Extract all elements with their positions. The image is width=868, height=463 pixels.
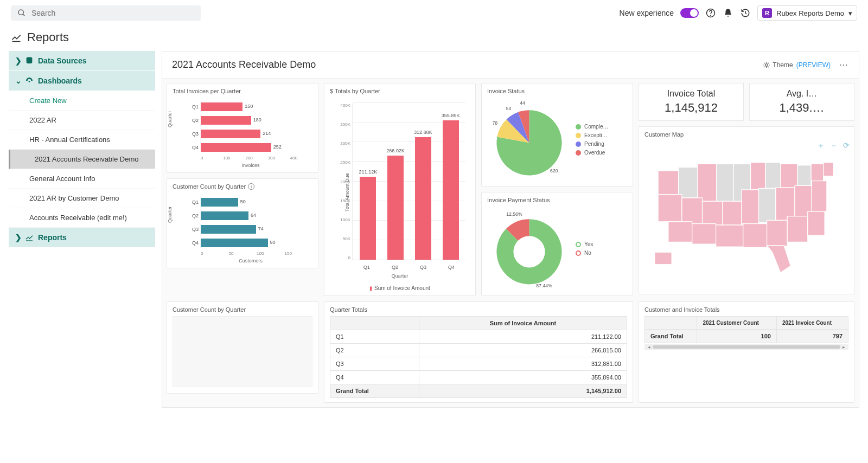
svg-text:54: 54 [506,106,512,111]
legend-item: Overdue [576,150,608,156]
svg-rect-32 [824,163,834,176]
svg-point-0 [18,10,23,15]
reports-icon [11,32,22,43]
svg-rect-45 [743,224,767,248]
theme-label: Theme [773,61,793,69]
us-map [644,141,848,282]
widget-quarter-totals[interactable]: Quarter Totals Sum of Invoice AmountQ121… [324,301,633,403]
content-header: 2021 Accounts Receivable Demo Theme (PRE… [162,52,859,79]
sidebar-item-2021-ar-customer[interactable]: 2021 AR by Customer Demo [9,189,155,208]
kpi-invoice-total[interactable]: Invoice Total 1,145,912 [639,83,744,121]
chart-icon [25,233,34,242]
svg-point-5 [29,81,30,82]
profile-label: Rubex Reports Demo [776,9,844,17]
svg-rect-22 [658,171,679,195]
chevron-down-icon: ▾ [848,9,852,17]
legend-item: Pending [576,141,608,147]
widget-customer-count-table[interactable]: Customer Count by Quarter [167,301,318,394]
search-box[interactable] [11,5,201,21]
svg-line-12 [768,66,769,67]
page-title-row: Reports [0,26,868,51]
svg-point-3 [711,15,711,16]
quarter-totals-table: Sum of Invoice AmountQ1211,122.00Q2266,0… [330,316,627,398]
svg-rect-29 [781,164,797,188]
svg-text:78: 78 [492,120,497,126]
chevron-right-icon: ❯ [15,56,21,65]
sidebar-item-general-account[interactable]: General Account Info [9,169,155,189]
profile-menu[interactable]: R Rubex Reports Demo ▾ [757,5,857,21]
widget-customer-count-quarter[interactable]: Customer Count by Quarter i QuarterQ150Q… [167,178,318,268]
widget-invoice-status[interactable]: Invoice Status 620785444 Comple…Excepti…… [481,83,633,187]
new-experience-toggle[interactable] [680,8,699,18]
history-icon[interactable] [740,8,751,18]
svg-rect-47 [787,216,808,242]
widget-totals-by-quarter[interactable]: $ Totals by Quarter Total Amount Due400K… [324,83,476,296]
svg-rect-34 [682,198,703,224]
sidebar-item-hr-cert[interactable]: HR - Annual Certifications [9,130,155,150]
nav-dashboards[interactable]: ⌄ Dashboards [9,71,155,91]
svg-rect-44 [716,225,743,247]
svg-line-11 [764,62,765,63]
sidebar-item-2021-ar-demo[interactable]: 2021 Accounts Receivable Demo [9,150,155,169]
svg-rect-42 [668,222,692,242]
svg-rect-35 [703,201,723,225]
svg-point-21 [513,236,545,267]
new-experience-label: New experience [620,9,674,17]
kpi-avg-invoice[interactable]: Avg. I… 1,439.… [749,83,854,121]
svg-rect-23 [679,168,698,198]
widget-customer-map[interactable]: Customer Map ＋ － ⟳ [639,126,854,294]
svg-rect-38 [759,188,776,222]
nav-reports[interactable]: ❯ Reports [9,228,155,248]
chevron-right-icon: ❯ [15,233,21,242]
bar-icon: ▮ [369,285,373,291]
theme-preview-link[interactable]: (PREVIEW) [796,61,831,69]
topbar: New experience R Rubex Reports Demo ▾ [0,0,868,26]
dashboard-content: 2021 Accounts Receivable Demo Theme (PRE… [162,51,859,408]
svg-rect-36 [723,201,742,225]
legend-item: Excepti… [576,132,608,138]
svg-rect-28 [765,163,781,189]
widget-customer-invoice-totals[interactable]: Customer and Invoice Totals 2021 Custome… [639,301,854,403]
sidebar-create-new[interactable]: Create New [9,91,155,111]
search-input[interactable] [31,9,194,17]
sidebar-item-ar-edit[interactable]: Accounts Receivable (edit me!) [9,208,155,228]
widget-payment-status[interactable]: Invoice Payment Status 87.44%12.56% YesN… [481,192,633,295]
legend-item: Comple… [576,124,608,130]
widget-invoices-per-quarter[interactable]: Total Invoices per Quarter QuarterQ1150Q… [167,83,318,173]
svg-rect-30 [797,165,811,186]
legend-item: Yes [576,241,593,247]
page-title: Reports [27,30,69,44]
svg-rect-37 [742,190,758,224]
svg-line-13 [764,66,765,67]
info-icon[interactable]: i [248,183,254,190]
svg-rect-31 [811,164,824,181]
svg-rect-43 [692,224,716,245]
bell-icon[interactable] [723,8,733,18]
svg-text:87.44%: 87.44% [536,283,552,288]
zoom-in-icon[interactable]: ＋ [817,141,825,151]
nav-data-sources[interactable]: ❯ Data Sources [9,51,155,71]
database-icon [25,56,34,65]
svg-rect-27 [751,163,766,190]
help-icon[interactable] [705,8,716,18]
svg-rect-49 [655,252,672,265]
svg-rect-24 [698,164,717,201]
svg-rect-41 [812,181,827,211]
svg-text:620: 620 [550,168,558,173]
zoom-out-icon[interactable]: － [830,141,838,151]
more-icon[interactable]: ⋯ [839,60,849,70]
svg-text:44: 44 [520,100,525,106]
search-icon [17,9,26,17]
theme-icon[interactable] [763,61,770,69]
dashboard-title: 2021 Accounts Receivable Demo [172,59,763,70]
svg-line-1 [23,14,24,16]
svg-point-6 [765,63,768,66]
legend-item: No [576,250,593,256]
svg-rect-39 [776,188,795,220]
horizontal-scrollbar[interactable]: ◂ ▸ [644,344,848,350]
gauge-icon [25,76,34,85]
sidebar-item-2022-ar[interactable]: 2022 AR [9,111,155,130]
svg-line-14 [768,62,769,63]
svg-rect-46 [767,220,788,246]
reset-icon[interactable]: ⟳ [843,141,850,151]
